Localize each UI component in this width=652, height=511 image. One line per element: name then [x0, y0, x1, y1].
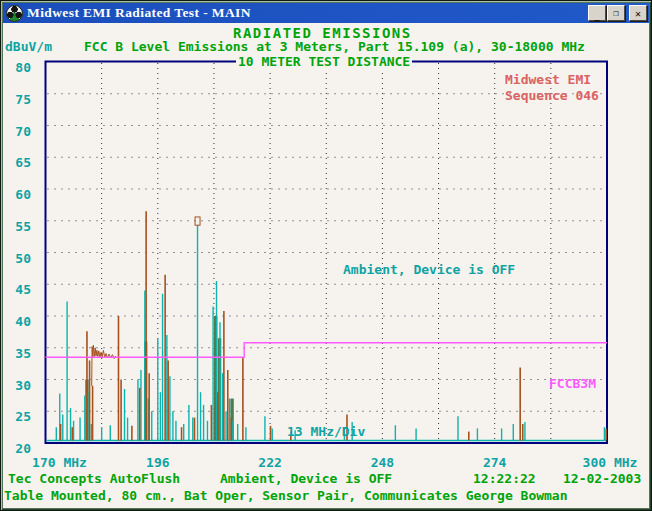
- window-controls: _ ❐ ✕: [587, 5, 647, 21]
- x-tick-label: 274: [483, 455, 506, 470]
- x-tick-label: 170 MHz: [32, 455, 87, 470]
- x-tick-label: 196: [146, 455, 169, 470]
- y-tick-label: 70: [0, 124, 31, 139]
- sequence-label: Midwest EMISequence 046: [505, 72, 599, 104]
- status-mode: Ambient, Device is OFF: [220, 471, 392, 486]
- title-bar: Midwest EMI Radiated Test - MAIN _ ❐ ✕: [3, 3, 649, 23]
- y-tick-label: 55: [0, 219, 31, 234]
- app-window: RADIATED EMISSIONS dBuV/m FCC B Level Em…: [0, 0, 652, 511]
- status-time: 12:22:22: [473, 471, 536, 486]
- minimize-button[interactable]: _: [588, 5, 606, 21]
- restore-icon: ❐: [613, 8, 618, 18]
- y-axis-unit-label: dBuV/m: [5, 39, 52, 54]
- y-tick-label: 65: [0, 155, 31, 170]
- y-tick-label: 35: [0, 346, 31, 361]
- y-tick-label: 50: [0, 251, 31, 266]
- window-title: Midwest EMI Radiated Test - MAIN: [27, 5, 251, 21]
- y-tick-label: 30: [0, 378, 31, 393]
- y-tick-label: 25: [0, 409, 31, 424]
- test-subtitle: FCC B Level Emissions at 3 Meters, Part …: [84, 39, 585, 54]
- sequence-line1: Midwest EMI: [505, 72, 591, 87]
- trace-note: Ambient, Device is OFF: [343, 262, 515, 277]
- sequence-line2: Sequence 046: [505, 88, 599, 103]
- app-icon: [6, 5, 23, 22]
- restore-button[interactable]: ❐: [607, 5, 625, 21]
- minimize-icon: _: [594, 11, 599, 21]
- div-width-note: 13 MHz/Div: [287, 424, 365, 439]
- y-tick-label: 40: [0, 314, 31, 329]
- y-tick-label: 75: [0, 92, 31, 107]
- x-tick-label: 248: [371, 455, 394, 470]
- close-button[interactable]: ✕: [629, 5, 647, 21]
- y-tick-label: 80: [0, 60, 31, 75]
- status-date: 12-02-2003: [563, 471, 641, 486]
- status-operator: Tec Concepts AutoFlush: [8, 471, 180, 486]
- x-tick-label: 222: [258, 455, 281, 470]
- limit-line-label: FCCB3M: [549, 376, 596, 391]
- y-tick-label: 45: [0, 282, 31, 297]
- close-icon: ✕: [635, 8, 641, 19]
- test-distance-note: 10 METER TEST DISTANCE: [236, 54, 412, 69]
- status-setup: Table Mounted, 80 cm., Bat Oper, Sensor …: [4, 488, 568, 503]
- x-tick-label: 300 MHz: [583, 455, 638, 470]
- y-tick-label: 60: [0, 187, 31, 202]
- y-tick-label: 20: [0, 441, 31, 456]
